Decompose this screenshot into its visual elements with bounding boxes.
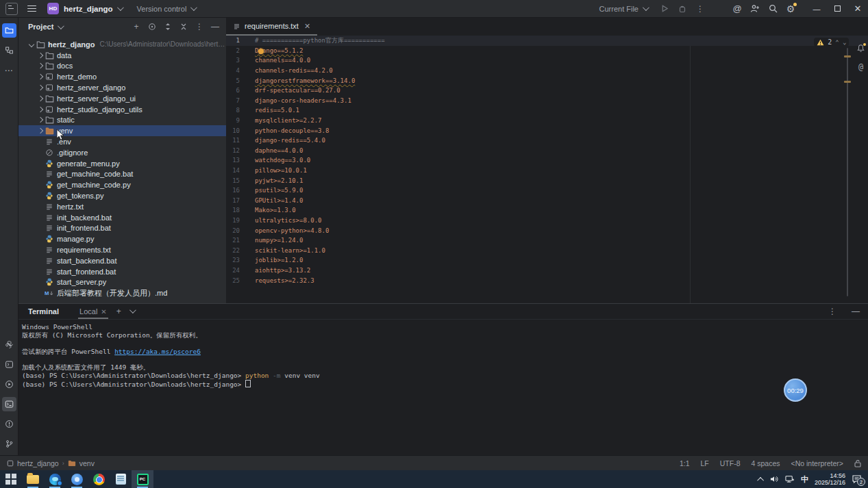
tree-item[interactable]: init_frontend.bat xyxy=(18,223,226,234)
more-tool-windows-icon[interactable]: ⋯ xyxy=(2,63,16,77)
tree-item[interactable]: get_tokens.py xyxy=(18,190,226,201)
code-line[interactable]: 10python-decouple==3.8 xyxy=(226,125,868,136)
tree-item[interactable]: hertz_djangoC:\Users\Administrator\Downl… xyxy=(18,39,226,50)
code-with-me-icon[interactable] xyxy=(746,0,764,18)
project-avatar[interactable]: HD xyxy=(47,3,59,14)
indent-setting[interactable]: 4 spaces xyxy=(752,459,780,467)
tree-item[interactable]: requirements.txt xyxy=(18,244,226,255)
caret-position[interactable]: 1:1 xyxy=(680,459,690,467)
tree-item[interactable]: hertz_server_django xyxy=(18,82,226,93)
network-icon[interactable] xyxy=(785,475,795,483)
code-line[interactable]: 5djangorestframework==3.14.0 xyxy=(226,75,868,86)
code-line[interactable]: 9mysqlclient>=2.2.7 xyxy=(226,116,868,126)
tree-chevron-icon[interactable] xyxy=(36,118,45,122)
tree-chevron-icon[interactable] xyxy=(36,97,45,101)
problems-tool-icon[interactable] xyxy=(2,417,16,431)
inspections-widget[interactable]: 2 ⌃ ⌃ xyxy=(814,38,849,47)
editor-tab-requirements[interactable]: requirements.txt ✕ xyxy=(226,18,317,36)
tree-item[interactable]: hertz_demo xyxy=(18,71,226,82)
tree-item[interactable]: .env xyxy=(18,136,226,147)
tree-item[interactable]: hertz_studio_django_utils xyxy=(18,104,226,115)
expand-all-icon[interactable] xyxy=(161,20,175,34)
tree-item[interactable]: get_machine_code.bat xyxy=(18,169,226,180)
services-tool-icon[interactable] xyxy=(2,377,16,391)
recording-timer-overlay[interactable]: 00:29 xyxy=(784,378,807,402)
breadcrumb-project[interactable]: hertz_django xyxy=(17,459,59,467)
readonly-lock-icon[interactable] xyxy=(854,459,861,467)
tree-chevron-icon[interactable] xyxy=(36,107,45,112)
hide-panel-icon[interactable]: — xyxy=(208,20,222,34)
notifications-bell-icon[interactable] xyxy=(856,44,865,54)
ai-assistant-float-icon[interactable]: @ xyxy=(858,62,863,72)
terminal-output[interactable]: Windows PowerShell版权所有 (C) Microsoft Cor… xyxy=(18,320,868,388)
project-name[interactable]: hertz_django xyxy=(64,5,113,13)
locate-file-icon[interactable] xyxy=(145,20,159,34)
tree-item[interactable]: static xyxy=(18,115,226,126)
tree-item[interactable]: .gitignore xyxy=(18,147,226,158)
terminal-hide-icon[interactable]: — xyxy=(852,307,860,316)
terminal-tool-icon[interactable] xyxy=(2,397,16,411)
show-hidden-icons-chevron[interactable] xyxy=(757,476,764,483)
tree-item[interactable]: data xyxy=(18,50,226,61)
tree-item[interactable]: manage.py xyxy=(18,233,226,244)
interpreter-selector[interactable]: <No interpreter> xyxy=(791,459,843,467)
code-line[interactable]: 13watchdog==3.0.0 xyxy=(226,155,868,166)
code-line[interactable]: 20opencv-python>=4.8.0 xyxy=(226,225,868,235)
tree-chevron-icon[interactable] xyxy=(36,53,45,57)
code-line[interactable]: 6drf-spectacular==0.27.0 xyxy=(226,86,868,96)
code-line[interactable]: 2Django==5.1.2 xyxy=(226,46,868,56)
tree-chevron-icon[interactable] xyxy=(36,75,45,79)
warning-stripe-mark[interactable] xyxy=(844,55,851,57)
collapse-all-icon[interactable] xyxy=(177,20,190,34)
tree-item[interactable]: start_backend.bat xyxy=(18,255,226,266)
file-encoding[interactable]: UTF-8 xyxy=(720,459,741,467)
terminal-title[interactable]: Terminal xyxy=(28,307,59,316)
code-line[interactable]: 17GPUtil>=1.4.0 xyxy=(226,196,868,206)
tree-item[interactable]: generate_menu.py xyxy=(18,158,226,169)
project-panel-title[interactable]: Project xyxy=(28,23,53,31)
main-menu-button[interactable] xyxy=(27,5,36,12)
code-line[interactable]: 15pyjwt>=2.10.1 xyxy=(226,175,868,185)
prev-problem-icon[interactable]: ⌃ xyxy=(835,39,839,46)
code-line[interactable]: 18Mako>=1.3.0 xyxy=(226,205,868,216)
code-line[interactable]: 8redis==5.0.1 xyxy=(226,105,868,116)
add-icon[interactable]: + xyxy=(129,20,143,34)
code-line[interactable]: 24aiohttp>=3.13.2 xyxy=(226,266,868,276)
start-button[interactable] xyxy=(0,470,22,488)
vcs-widget[interactable]: Version control xyxy=(137,5,196,13)
terminal-tab-local[interactable]: Local ✕ xyxy=(78,304,108,319)
tree-chevron-icon[interactable] xyxy=(36,64,45,68)
code-line[interactable]: 16psutil>=5.9.0 xyxy=(226,185,868,196)
tree-item[interactable]: start_frontend.bat xyxy=(18,266,226,277)
code-line[interactable]: 1# ===========python官方库=========== xyxy=(226,36,868,46)
warning-stripe-mark[interactable] xyxy=(844,81,851,83)
window-maximize-button[interactable] xyxy=(827,0,847,18)
tree-chevron-icon[interactable] xyxy=(36,86,45,90)
code-line[interactable]: 4channels-redis==4.2.0 xyxy=(226,66,868,76)
tree-item[interactable]: M后端部署教程（开发人员用）.md xyxy=(18,287,226,298)
tree-chevron-icon[interactable] xyxy=(36,129,45,133)
code-line[interactable]: 7django-cors-headers==4.3.1 xyxy=(226,96,868,106)
run-configuration-selector[interactable]: Current File xyxy=(599,5,647,13)
terminal-options-chevron-icon[interactable] xyxy=(129,308,134,315)
python-console-tool-icon[interactable] xyxy=(2,357,16,372)
tree-item[interactable]: get_machine_code.py xyxy=(18,179,226,190)
editor-body[interactable]: 1# ===========python官方库===========2Djang… xyxy=(226,36,868,303)
structure-tool-icon[interactable] xyxy=(2,43,16,57)
version-control-tool-icon[interactable] xyxy=(2,437,16,451)
pycharm-taskbar-icon[interactable]: PC xyxy=(132,470,153,488)
tree-item[interactable]: venv xyxy=(18,125,226,136)
taskbar-clock[interactable]: 14:56 2025/12/16 xyxy=(815,472,845,486)
breadcrumb-folder[interactable]: venv xyxy=(79,459,95,467)
more-actions-button[interactable]: ⋮ xyxy=(691,0,709,18)
project-tool-icon[interactable] xyxy=(2,23,16,38)
volume-icon[interactable] xyxy=(770,475,779,483)
code-line[interactable]: 3channels==4.0.0 xyxy=(226,55,868,66)
settings-gear-icon[interactable]: ⚙ xyxy=(782,0,799,18)
tree-item[interactable]: init_backend.bat xyxy=(18,212,226,223)
terminal-kebab-icon[interactable]: ⋮ xyxy=(828,307,836,316)
tree-item[interactable]: start_server.py xyxy=(18,277,226,288)
code-line[interactable]: 25requests>=2.32.3 xyxy=(226,275,868,285)
options-kebab-icon[interactable]: ⋮ xyxy=(193,20,206,34)
file-explorer-icon[interactable] xyxy=(22,470,44,488)
